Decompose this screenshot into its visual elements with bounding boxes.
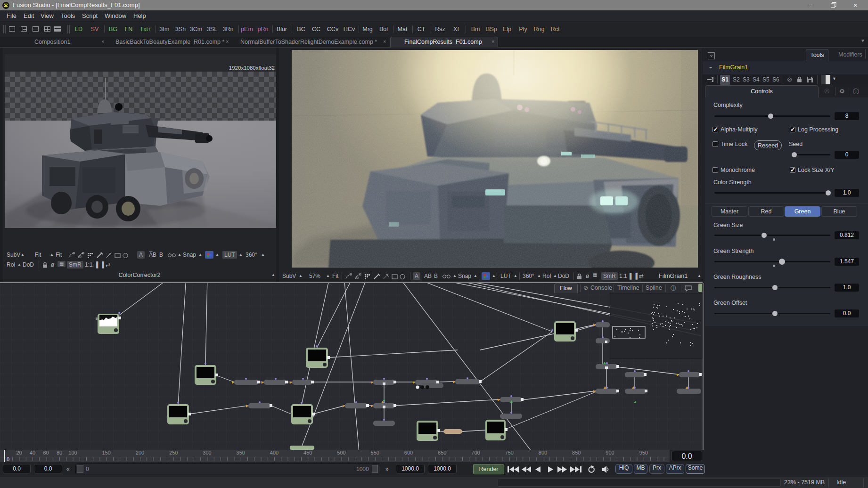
svg-text:300: 300 xyxy=(203,450,211,455)
svg-text:150: 150 xyxy=(102,450,111,455)
svg-text:850: 850 xyxy=(572,450,581,455)
svg-text:100: 100 xyxy=(68,450,77,455)
svg-text:60: 60 xyxy=(43,450,49,455)
svg-text:200: 200 xyxy=(136,450,144,455)
svg-text:600: 600 xyxy=(404,450,413,455)
svg-text:400: 400 xyxy=(270,450,278,455)
svg-text:250: 250 xyxy=(169,450,178,455)
svg-text:550: 550 xyxy=(371,450,379,455)
svg-text:650: 650 xyxy=(438,450,446,455)
svg-text:500: 500 xyxy=(337,450,345,455)
svg-text:750: 750 xyxy=(505,450,514,455)
svg-text:80: 80 xyxy=(57,450,62,455)
svg-text:950: 950 xyxy=(639,450,648,455)
svg-text:20: 20 xyxy=(16,450,22,455)
svg-text:900: 900 xyxy=(606,450,614,455)
svg-text:350: 350 xyxy=(237,450,245,455)
svg-text:800: 800 xyxy=(539,450,547,455)
svg-text:0: 0 xyxy=(7,456,9,462)
svg-text:450: 450 xyxy=(303,450,312,455)
svg-text:700: 700 xyxy=(471,450,480,455)
svg-text:40: 40 xyxy=(30,450,35,455)
